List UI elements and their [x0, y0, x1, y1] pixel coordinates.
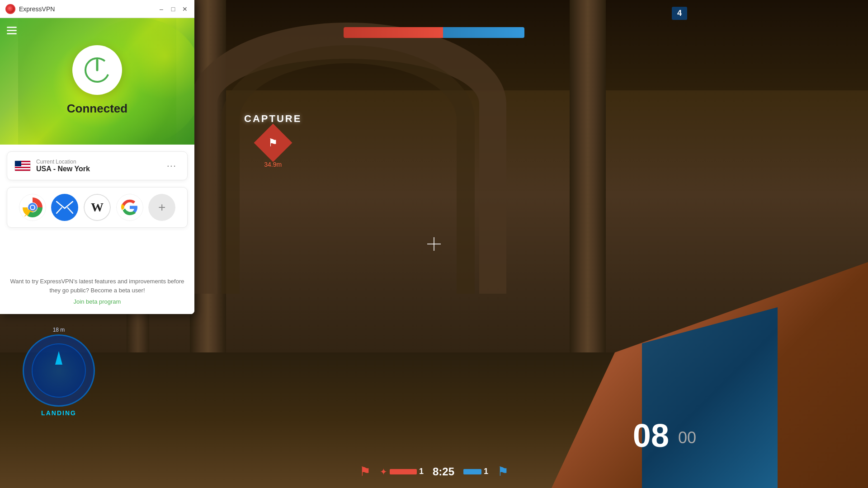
location-left: Current Location USA - New York [14, 159, 90, 173]
mail-shortcut[interactable] [51, 194, 78, 221]
capture-diamond [254, 124, 292, 162]
title-bar: ExpressVPN – □ ✕ [0, 0, 194, 18]
wikipedia-shortcut[interactable]: W [84, 194, 111, 221]
power-button[interactable] [72, 45, 122, 95]
vpn-footer: Want to try ExpressVPN's latest features… [0, 235, 194, 314]
location-info: Current Location USA - New York [36, 159, 90, 173]
join-beta-link[interactable]: Join beta program [9, 298, 185, 305]
wiki-icon-bg: W [84, 194, 111, 221]
score-panel: 4 [672, 7, 687, 20]
chrome-shortcut[interactable] [19, 194, 46, 221]
health-segment [390, 469, 417, 474]
logo-inner [7, 5, 14, 13]
shield-segment [463, 469, 481, 474]
title-left: ExpressVPN [5, 4, 55, 14]
vpn-window: ExpressVPN – □ ✕ [0, 0, 194, 314]
score-fill-red [344, 27, 443, 38]
vpn-content: Current Location USA - New York ··· [0, 145, 194, 314]
health-bar: ✦ 1 [380, 466, 424, 477]
add-icon-bg: + [148, 194, 175, 221]
timer-display: 8:25 [433, 465, 454, 478]
compass: LANDING 18 m [23, 334, 95, 407]
ammo-max: 00 [678, 428, 696, 447]
compass-arrow [55, 351, 62, 365]
shortcuts-bar: W + [7, 187, 188, 228]
shield-num: 1 [484, 467, 488, 476]
location-label: Current Location [36, 159, 90, 165]
power-button-container [72, 45, 122, 95]
app-title: ExpressVPN [19, 5, 55, 13]
svg-point-7 [31, 206, 34, 209]
capture-ui: CAPTURE 34.9m [244, 113, 302, 168]
shield-bar: 1 [463, 467, 488, 476]
maximize-button[interactable]: □ [169, 5, 177, 13]
mail-icon-bg [51, 194, 78, 221]
hand [642, 307, 778, 488]
ammo-display: 08 00 [633, 419, 696, 452]
hud-bottom: ⚑ ✦ 1 8:25 1 ⚑ [194, 464, 674, 479]
expressvpn-logo [5, 4, 15, 14]
power-icon [84, 56, 111, 84]
ammo-current: 08 [633, 419, 669, 452]
compass-inner [32, 343, 86, 398]
more-options-button[interactable]: ··· [163, 158, 180, 174]
score-fill-blue [443, 27, 524, 38]
usa-flag [14, 160, 31, 171]
plus-icon: + [158, 200, 165, 215]
health-num: 1 [419, 467, 424, 476]
close-button[interactable]: ✕ [181, 5, 189, 13]
flag-red: ⚑ [359, 464, 371, 479]
arch-inner [222, 45, 475, 294]
hamburger-line-2 [7, 30, 17, 31]
chrome-icon-bg [19, 194, 46, 221]
connection-status: Connected [67, 102, 127, 116]
google-shortcut[interactable] [116, 194, 143, 221]
crosshair [427, 237, 441, 251]
minimize-button[interactable]: – [157, 5, 165, 13]
health-icon: ✦ [380, 466, 387, 477]
score-bar [344, 27, 524, 38]
compass-distance: 18 m [53, 327, 65, 333]
add-shortcut[interactable]: + [148, 194, 175, 221]
location-name: USA - New York [36, 165, 90, 173]
flag-canton [15, 161, 21, 166]
flag-blue: ⚑ [497, 464, 509, 479]
vpn-header: Connected [0, 18, 194, 145]
hamburger-line-1 [7, 27, 17, 28]
location-card[interactable]: Current Location USA - New York ··· [7, 151, 188, 180]
menu-button[interactable] [7, 25, 17, 36]
google-icon-bg [116, 194, 143, 221]
window-controls: – □ ✕ [157, 5, 189, 13]
hamburger-line-3 [7, 33, 17, 34]
compass-label: LANDING [41, 409, 76, 417]
beta-description: Want to try ExpressVPN's latest features… [9, 277, 185, 295]
capture-label: CAPTURE [244, 113, 302, 125]
